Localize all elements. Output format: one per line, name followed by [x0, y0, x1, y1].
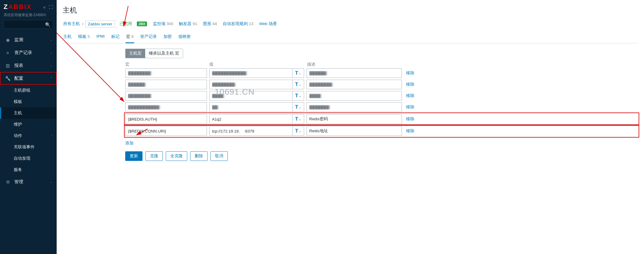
nav-configuration[interactable]: 🔧 配置 ⌃: [0, 72, 57, 85]
nav-sub-actions[interactable]: 动作 ›: [0, 130, 57, 141]
tab-ipmi[interactable]: IPMI: [96, 33, 105, 43]
remove-macro-link[interactable]: 移除: [404, 70, 414, 76]
tab-valuemap[interactable]: 值映射: [178, 33, 191, 43]
remove-macro-link[interactable]: 移除: [404, 128, 414, 134]
main-content: 主机 所有主机 / Zabbix server 已启用 ZBX 监控项 300 …: [57, 0, 644, 254]
macro-name-input[interactable]: [125, 80, 207, 89]
nav-sub-hosts[interactable]: 主机: [0, 107, 57, 119]
breadcrumb: 所有主机 / Zabbix server 已启用 ZBX 监控项 300 触发器…: [63, 20, 638, 27]
macro-row: T⌄移除: [125, 102, 638, 112]
nav-sub-maintenance[interactable]: 维护: [0, 119, 57, 130]
macro-value-input[interactable]: [209, 102, 292, 112]
macro-row: T⌄移除: [125, 126, 638, 136]
search-icon[interactable]: 🔍: [45, 22, 51, 27]
collapse-icon[interactable]: «: [43, 4, 46, 10]
macro-desc-input[interactable]: [306, 114, 402, 124]
eye-icon: ◉: [4, 37, 11, 43]
nav-administration[interactable]: ⚙ 管理 ⌄: [0, 176, 57, 188]
sidebar: ZABBIX « ⛶ 系统应用健康监测-ZABBIX 🔍 ◉ 监测 ⌄ ≡ 资产…: [0, 0, 57, 254]
nav-monitoring[interactable]: ◉ 监测 ⌄: [0, 33, 57, 46]
link-triggers[interactable]: 触发器 91: [179, 21, 197, 27]
cancel-button[interactable]: 取消: [210, 151, 228, 161]
delete-button[interactable]: 删除: [190, 151, 208, 161]
macro-name-input[interactable]: [125, 126, 207, 136]
col-desc-header: 描述: [307, 62, 402, 67]
link-graphs[interactable]: 图形 44: [203, 21, 217, 27]
chevron-down-icon: ⌄: [299, 118, 301, 121]
tab-tags[interactable]: 标记: [111, 33, 120, 43]
chevron-down-icon: ⌄: [299, 94, 301, 98]
update-button[interactable]: 更新: [125, 151, 143, 161]
col-macro-header: 宏: [125, 62, 207, 67]
brand-subtitle: 系统应用健康监测-ZABBIX: [4, 13, 53, 18]
page-title: 主机: [63, 5, 638, 15]
list-icon: ≡: [4, 50, 11, 55]
tabs: 主机 模板 5 IPMI 标记 宏 6 资产记录 加密 值映射: [63, 33, 638, 43]
macro-value-input[interactable]: [209, 126, 292, 136]
fullscreen-icon[interactable]: ⛶: [49, 4, 53, 10]
macro-row: T⌄移除: [125, 91, 638, 101]
macro-desc-input[interactable]: [306, 126, 402, 136]
tab-encryption[interactable]: 加密: [163, 33, 172, 43]
tab-host[interactable]: 主机: [63, 33, 72, 43]
macro-row: T⌄移除: [125, 68, 638, 78]
macro-name-input[interactable]: [125, 114, 207, 124]
chart-icon: ▥: [4, 63, 11, 68]
macro-desc-input[interactable]: [306, 102, 402, 112]
chevron-up-icon: ⌃: [50, 76, 52, 80]
nav-sub-correlation[interactable]: 关联项事件: [0, 141, 57, 153]
macro-name-input[interactable]: [125, 68, 207, 78]
link-web[interactable]: Web 场景: [259, 21, 277, 27]
macro-type-button[interactable]: T⌄: [292, 68, 304, 78]
add-macro-link[interactable]: 添加: [125, 141, 134, 146]
fullclone-button[interactable]: 全克隆: [166, 151, 187, 161]
chevron-down-icon: ⌄: [299, 130, 301, 133]
macro-row: T⌄移除: [125, 80, 638, 89]
macro-type-button[interactable]: T⌄: [292, 91, 304, 101]
tab-macros[interactable]: 宏 6: [126, 33, 134, 43]
chevron-down-icon: ⌄: [299, 106, 301, 109]
crumb-host[interactable]: Zabbix server: [85, 21, 115, 27]
remove-macro-link[interactable]: 移除: [404, 82, 414, 87]
macro-type-button[interactable]: T⌄: [292, 80, 304, 89]
macro-desc-input[interactable]: [306, 80, 402, 89]
tab-inventory[interactable]: 资产记录: [140, 33, 157, 43]
macro-value-input[interactable]: [209, 91, 292, 101]
chevron-down-icon: ⌄: [50, 64, 52, 67]
macro-value-input[interactable]: [209, 114, 292, 124]
clone-button[interactable]: 克隆: [145, 151, 163, 161]
status-enabled: 已启用: [120, 21, 132, 27]
macro-type-button[interactable]: T⌄: [292, 102, 304, 112]
nav-sub-hostgroups[interactable]: 主机群组: [0, 85, 57, 96]
macro-type-button[interactable]: T⌄: [292, 114, 304, 124]
link-discovery[interactable]: 自动发现规则 13: [223, 21, 253, 27]
link-items[interactable]: 监控项 300: [153, 21, 173, 27]
nav-reports[interactable]: ▥ 报表 ⌄: [0, 59, 57, 72]
macro-value-input[interactable]: [209, 80, 292, 89]
remove-macro-link[interactable]: 移除: [404, 93, 414, 98]
gear-icon: ⚙: [4, 179, 11, 185]
macro-name-input[interactable]: [125, 91, 207, 101]
chevron-down-icon: ⌄: [299, 83, 301, 86]
macro-desc-input[interactable]: [306, 91, 402, 101]
macro-type-button[interactable]: T⌄: [292, 126, 304, 136]
macro-row: T⌄移除: [125, 114, 638, 124]
nav-sub-services[interactable]: 服务: [0, 164, 57, 176]
macro-value-input[interactable]: [209, 68, 292, 78]
remove-macro-link[interactable]: 移除: [404, 104, 414, 110]
nav-sub-templates[interactable]: 模板: [0, 96, 57, 107]
seg-inherited-macros[interactable]: 继承以及主机 宏: [145, 49, 183, 58]
zbx-badge: ZBX: [137, 21, 147, 26]
seg-host-macros[interactable]: 主机宏: [126, 49, 145, 58]
macro-name-input[interactable]: [125, 102, 207, 112]
macro-desc-input[interactable]: [306, 68, 402, 78]
crumb-all-hosts[interactable]: 所有主机: [63, 20, 80, 27]
nav-sub-discovery[interactable]: 自动发现: [0, 153, 57, 164]
nav-inventory[interactable]: ≡ 资产记录 ⌄: [0, 46, 57, 59]
brand-logo[interactable]: ZABBIX: [4, 3, 32, 11]
col-value-header: 值: [209, 62, 305, 67]
tab-templates[interactable]: 模板 5: [78, 33, 90, 43]
chevron-down-icon: ⌄: [50, 180, 52, 184]
chevron-down-icon: ⌄: [50, 51, 52, 55]
remove-macro-link[interactable]: 移除: [404, 116, 414, 122]
